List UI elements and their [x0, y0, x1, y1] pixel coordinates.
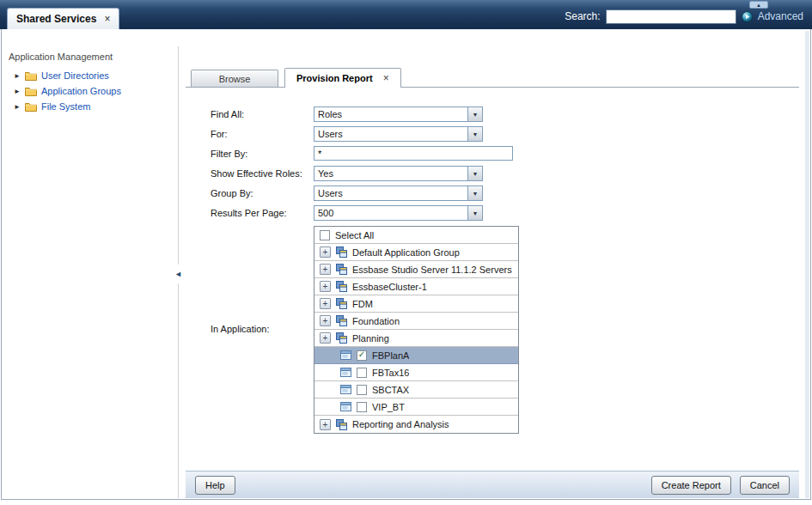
- footer-bar: Help Create Report Cancel: [186, 471, 799, 498]
- app-label: FBTax16: [372, 368, 409, 378]
- expand-plus-icon[interactable]: +: [320, 332, 331, 344]
- tree-item-application-groups[interactable]: ► Application Groups: [14, 83, 121, 99]
- select-all-row[interactable]: Select All: [314, 227, 518, 244]
- application-group-icon: [336, 419, 347, 430]
- tab-provision-report-label: Provision Report: [296, 73, 373, 83]
- fbtax16-checkbox[interactable]: [357, 368, 367, 378]
- folder-icon: [25, 71, 37, 81]
- chevron-down-icon[interactable]: ▼: [467, 107, 482, 121]
- footer-actions: Create Report Cancel: [651, 476, 790, 495]
- row-fdm[interactable]: + FDM: [314, 295, 518, 313]
- find-all-value: Roles: [314, 107, 467, 121]
- top-bar: Shared Services × ▲ Search: Advanced: [0, 0, 812, 29]
- tree-item-user-directories[interactable]: ► User Directories: [14, 68, 121, 83]
- folder-icon: [25, 102, 37, 112]
- collapse-panel-arrow-icon[interactable]: ◄: [174, 265, 183, 283]
- select-all-label: Select All: [335, 230, 374, 240]
- expand-plus-icon[interactable]: +: [320, 246, 331, 258]
- advanced-search-icon: [742, 11, 753, 22]
- application-icon: [340, 401, 351, 412]
- tree-item-label[interactable]: Application Groups: [41, 86, 121, 96]
- search-input[interactable]: [606, 9, 736, 24]
- for-value: Users: [314, 127, 467, 141]
- row-fbplana[interactable]: ✓ FBPlanA: [314, 347, 518, 364]
- tab-browse[interactable]: Browse: [191, 70, 278, 87]
- show-effective-roles-value: Yes: [314, 167, 467, 180]
- results-per-page-select[interactable]: 500 ▼: [314, 205, 483, 221]
- shared-services-window: Shared Services × ▲ Search: Advanced: [0, 0, 812, 505]
- expand-plus-icon[interactable]: +: [320, 419, 331, 430]
- show-effective-roles-select[interactable]: Yes ▼: [314, 166, 483, 181]
- application-icon: [340, 384, 351, 395]
- scroll-up-icon[interactable]: ▲: [749, 1, 768, 9]
- row-essbase-studio-server[interactable]: + Essbase Studio Server 11.1.2 Servers: [314, 261, 518, 278]
- check-icon: ✓: [358, 350, 365, 359]
- create-report-button[interactable]: Create Report: [651, 476, 731, 495]
- app-label: SBCTAX: [372, 385, 409, 395]
- right-panel-strip: [805, 31, 809, 498]
- row-vip-bt[interactable]: VIP_BT: [314, 399, 518, 416]
- row-default-application-group[interactable]: + Default Application Group: [314, 244, 518, 261]
- chevron-down-icon[interactable]: ▼: [467, 206, 482, 220]
- application-icon: [340, 367, 351, 378]
- row-foundation[interactable]: + Foundation: [314, 313, 518, 330]
- application-group-icon: [336, 264, 347, 275]
- sbctax-checkbox[interactable]: [357, 385, 367, 395]
- find-all-label: Find All:: [211, 109, 244, 119]
- tab-provision-report[interactable]: Provision Report ×: [284, 68, 401, 88]
- row-fbtax16[interactable]: FBTax16: [314, 364, 518, 381]
- left-panel-title: Application Management: [9, 52, 113, 62]
- vip-bt-checkbox[interactable]: [357, 402, 367, 412]
- app-label: VIP_BT: [372, 402, 405, 412]
- find-all-select[interactable]: Roles ▼: [314, 106, 483, 122]
- close-icon[interactable]: ×: [383, 72, 389, 84]
- app-group-label: FDM: [352, 299, 373, 309]
- advanced-link[interactable]: Advanced: [758, 10, 803, 22]
- filter-by-input[interactable]: [314, 146, 513, 161]
- cancel-button[interactable]: Cancel: [740, 476, 790, 495]
- row-reporting-and-analysis[interactable]: + Reporting and Analysis: [314, 416, 518, 433]
- chevron-down-icon[interactable]: ▼: [467, 167, 482, 180]
- results-per-page-label: Results Per Page:: [211, 208, 287, 218]
- row-planning[interactable]: + Planning: [314, 330, 518, 347]
- help-button[interactable]: Help: [195, 476, 235, 495]
- tab-shared-services[interactable]: Shared Services ×: [7, 8, 119, 29]
- chevron-down-icon[interactable]: ▼: [467, 127, 482, 141]
- expand-icon[interactable]: ►: [14, 72, 21, 80]
- expand-icon[interactable]: ►: [14, 103, 21, 111]
- filter-by-label: Filter By:: [211, 149, 247, 159]
- tree-item-label[interactable]: User Directories: [41, 70, 109, 81]
- expand-plus-icon[interactable]: +: [320, 298, 331, 309]
- for-select[interactable]: Users ▼: [314, 126, 483, 142]
- folder-icon: [25, 87, 37, 96]
- app-group-label: Foundation: [352, 316, 400, 326]
- app-group-label: Essbase Studio Server 11.1.2 Servers: [352, 265, 512, 275]
- application-icon: [340, 350, 351, 361]
- expand-plus-icon[interactable]: +: [320, 315, 331, 326]
- application-group-icon: [336, 281, 347, 292]
- tab-shared-services-label: Shared Services: [16, 13, 96, 25]
- application-group-icon: [336, 298, 347, 309]
- expand-plus-icon[interactable]: +: [320, 264, 331, 275]
- group-by-label: Group By:: [211, 188, 253, 198]
- app-label: FBPlanA: [372, 350, 409, 361]
- for-label: For:: [211, 129, 228, 139]
- application-group-icon: [336, 246, 347, 258]
- expand-icon[interactable]: ►: [14, 88, 21, 95]
- close-icon[interactable]: ×: [104, 13, 110, 25]
- tree-item-label[interactable]: File System: [41, 101, 90, 112]
- row-sbctax[interactable]: SBCTAX: [314, 381, 518, 399]
- fbplana-checkbox[interactable]: ✓: [357, 350, 367, 361]
- results-per-page-value: 500: [314, 206, 467, 220]
- expand-plus-icon[interactable]: +: [320, 281, 331, 292]
- tab-divider-line: [186, 87, 799, 88]
- tree-item-file-system[interactable]: ► File System: [14, 99, 121, 114]
- app-group-label: EssbaseCluster-1: [352, 282, 427, 292]
- search-area: Search: Advanced: [565, 9, 803, 24]
- chevron-down-icon[interactable]: ▼: [467, 186, 482, 200]
- select-all-checkbox[interactable]: [320, 230, 330, 240]
- app-group-label: Reporting and Analysis: [352, 419, 449, 429]
- row-essbasecluster-1[interactable]: + EssbaseCluster-1: [314, 278, 518, 295]
- group-by-select[interactable]: Users ▼: [314, 186, 483, 201]
- show-effective-roles-label: Show Effective Roles:: [211, 168, 302, 179]
